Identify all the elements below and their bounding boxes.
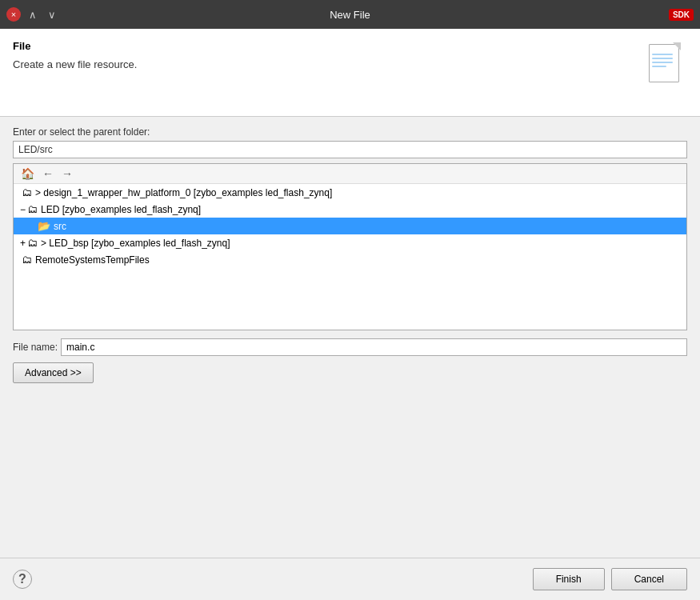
tree-item-label: > LED_bsp [zybo_examples led_flash_zynq] — [41, 238, 230, 249]
tree-item-label: > design_1_wrapper_hw_platform_0 [zybo_e… — [35, 187, 332, 198]
header-text: File Create a new file resource. — [13, 40, 642, 70]
folder-icon: 🗂 — [27, 237, 38, 249]
help-button[interactable]: ? — [13, 570, 32, 589]
tree-item[interactable]: 🗂RemoteSystemsTempFiles — [14, 251, 686, 268]
tree-panel: 🏠 ← → 🗂> design_1_wrapper_hw_platform_0 … — [13, 163, 687, 330]
filename-label: File name: — [13, 342, 58, 353]
header-title: File — [13, 40, 642, 52]
tree-item-label: RemoteSystemsTempFiles — [35, 254, 150, 266]
dialog-content: Enter or select the parent folder: LED/s… — [0, 117, 700, 558]
folder-icon: 📂 — [38, 220, 50, 232]
file-icon-corner — [673, 42, 681, 50]
home-icon[interactable]: 🏠 — [18, 166, 37, 181]
tree-item-label: src — [54, 221, 66, 232]
folder-icon: 🗂 — [22, 254, 32, 266]
tree-item-label: LED [zybo_examples led_flash_zynq] — [41, 204, 201, 215]
tree-body: 🗂> design_1_wrapper_hw_platform_0 [zybo_… — [14, 184, 686, 330]
dialog-footer: ? Finish Cancel — [0, 558, 700, 600]
tree-item[interactable]: − 🗂LED [zybo_examples led_flash_zynq] — [14, 201, 686, 218]
dialog-header: File Create a new file resource. — [0, 29, 700, 117]
down-button[interactable]: ∨ — [45, 7, 59, 22]
dialog-title: New File — [330, 9, 370, 21]
dialog-body: File Create a new file resource. Enter o… — [0, 29, 700, 600]
advanced-button[interactable]: Advanced >> — [13, 362, 94, 383]
file-icon-container — [642, 40, 687, 85]
tree-toolbar: 🏠 ← → — [14, 164, 686, 184]
folder-section-label: Enter or select the parent folder: — [13, 126, 687, 138]
finish-button[interactable]: Finish — [533, 568, 605, 590]
folder-icon: 🗂 — [22, 186, 32, 198]
file-line-1 — [652, 54, 673, 55]
filename-input[interactable] — [61, 338, 687, 356]
folder-icon: 🗂 — [27, 203, 38, 215]
back-icon[interactable]: ← — [40, 166, 56, 181]
folder-path-display: LED/src — [13, 141, 687, 158]
footer-buttons: Finish Cancel — [533, 568, 687, 590]
file-icon — [649, 42, 681, 82]
file-line-4 — [652, 66, 666, 67]
forward-icon[interactable]: → — [59, 166, 75, 181]
tree-item[interactable]: + 🗂> LED_bsp [zybo_examples led_flash_zy… — [14, 234, 686, 251]
close-button[interactable]: × — [6, 7, 21, 22]
up-button[interactable]: ∧ — [26, 7, 40, 22]
tree-item[interactable]: 🗂> design_1_wrapper_hw_platform_0 [zybo_… — [14, 184, 686, 201]
title-bar-controls: × ∧ ∨ — [6, 7, 59, 22]
header-description: Create a new file resource. — [13, 58, 642, 70]
file-icon-lines — [652, 54, 673, 70]
title-bar: × ∧ ∨ New File SDK — [0, 0, 700, 29]
tree-item[interactable]: 📂src — [14, 218, 686, 234]
file-line-2 — [652, 58, 673, 59]
cancel-button[interactable]: Cancel — [611, 568, 687, 590]
filename-row: File name: — [13, 338, 687, 356]
file-line-3 — [652, 62, 673, 63]
sdk-badge: SDK — [669, 9, 694, 21]
